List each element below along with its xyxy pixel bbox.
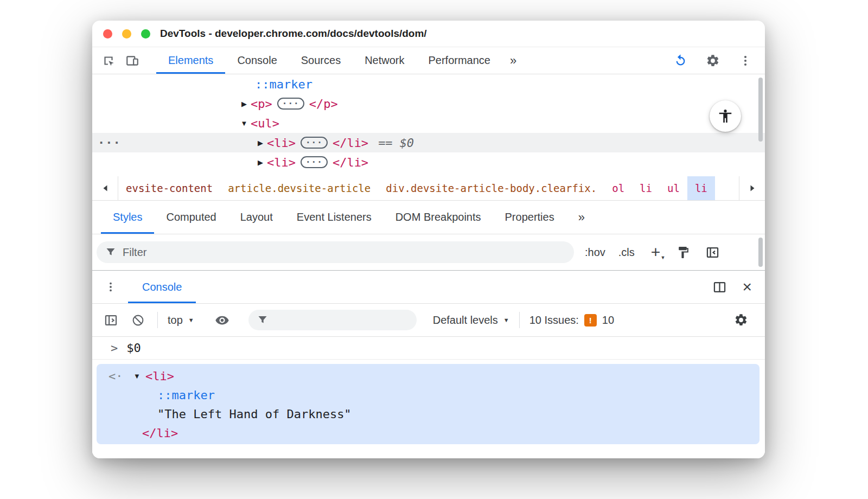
toggle-element-classes-button[interactable]: .cls (618, 246, 635, 259)
log-levels-selector[interactable]: Default levels ▼ (433, 314, 509, 327)
new-style-rule-button[interactable]: + ▼ (651, 244, 661, 260)
tree-row-li[interactable]: ▶ <li> ··· </li> (92, 152, 765, 172)
breadcrumb-scroll-right-icon[interactable] (739, 176, 765, 200)
tab-properties[interactable]: Properties (493, 201, 566, 234)
main-toolbar: Elements Console Sources Network Perform… (92, 47, 765, 74)
sidebar-tabs: Styles Computed Layout Event Listeners D… (92, 201, 765, 234)
node-menu-icon[interactable]: ··· (98, 136, 121, 150)
ellipsis-expand-icon[interactable]: ··· (301, 156, 328, 168)
execution-context-selector[interactable]: top ▼ (168, 314, 194, 327)
issues-warning-icon: ! (584, 314, 597, 327)
elements-scrollbar[interactable] (758, 78, 763, 142)
kebab-menu-icon[interactable] (736, 51, 755, 71)
tab-computed[interactable]: Computed (154, 201, 228, 234)
accessibility-button[interactable] (710, 100, 741, 132)
console-evaluated-expression[interactable]: > $0 (92, 337, 765, 360)
console-drawer-header: Console × (92, 270, 765, 304)
expand-arrow-icon[interactable]: ▶ (238, 100, 251, 108)
close-drawer-icon[interactable]: × (742, 279, 752, 295)
tree-row-p[interactable]: ▶ <p> ··· </p> (92, 94, 765, 113)
console-settings-wrap (731, 310, 765, 330)
clear-console-icon[interactable] (128, 310, 148, 330)
chevron-down-icon: ▼ (503, 317, 509, 323)
traffic-lights (103, 29, 150, 39)
collapse-arrow-icon[interactable]: ▼ (133, 372, 141, 380)
console-filter-field[interactable] (248, 310, 417, 330)
split-panel-icon[interactable] (710, 277, 729, 297)
styles-filter-field[interactable] (97, 241, 574, 263)
console-messages: > $0 <· ▼ <li> ::marker "The Left Hand o… (92, 337, 765, 458)
tab-styles[interactable]: Styles (101, 201, 154, 234)
more-sidebar-tabs-icon[interactable]: » (566, 201, 597, 234)
styles-scrollbar[interactable] (758, 238, 763, 267)
minimize-window-button[interactable] (122, 29, 131, 39)
titlebar: DevTools - developer.chrome.com/docs/dev… (92, 21, 765, 47)
dollar-zero-ref: $0 (400, 136, 414, 150)
ellipsis-expand-icon[interactable]: ··· (301, 137, 328, 149)
ellipsis-expand-icon[interactable]: ··· (277, 98, 304, 110)
tab-dom-breakpoints[interactable]: DOM Breakpoints (384, 201, 493, 234)
chevron-down-icon: ▼ (188, 317, 194, 323)
live-expression-eye-icon[interactable] (213, 310, 232, 330)
console-result-highlighted[interactable]: <· ▼ <li> ::marker "The Left Hand of Dar… (97, 364, 760, 444)
prompt-chevron-icon: > (111, 341, 118, 355)
console-settings-gear-icon[interactable] (731, 310, 751, 330)
returned-value-icon: <· (108, 369, 123, 383)
expand-arrow-icon[interactable]: ▶ (254, 158, 267, 167)
console-filter-input[interactable] (275, 314, 383, 327)
breadcrumb-scroll-left-icon[interactable] (92, 176, 118, 200)
inspect-element-icon[interactable] (99, 51, 118, 71)
toolbar-right (671, 47, 765, 74)
styles-filter-input[interactable] (123, 246, 231, 259)
sync-icon[interactable] (671, 51, 690, 71)
tab-elements[interactable]: Elements (156, 47, 225, 74)
tree-row-marker[interactable]: ::marker (92, 74, 765, 94)
tab-sources[interactable]: Sources (289, 47, 353, 74)
drawer-tab-console[interactable]: Console (128, 271, 196, 303)
devtools-window: DevTools - developer.chrome.com/docs/dev… (92, 21, 765, 458)
divider (157, 312, 158, 328)
issues-counter[interactable]: 10 Issues: ! 10 (529, 314, 614, 327)
breadcrumb-item[interactable]: article.devsite-article (220, 176, 378, 200)
tab-event-listeners[interactable]: Event Listeners (285, 201, 384, 234)
expand-arrow-icon[interactable]: ▶ (254, 139, 267, 147)
panel-tabs: Elements Console Sources Network Perform… (156, 47, 524, 74)
breadcrumb-item[interactable]: evsite-content (118, 176, 220, 200)
styles-toolbar: :hov .cls + ▼ (92, 234, 765, 270)
dock-sidebar-icon[interactable] (703, 242, 722, 262)
tab-console[interactable]: Console (225, 47, 289, 74)
close-window-button[interactable] (103, 29, 112, 39)
tree-row-ul[interactable]: ▼ <ul> (92, 113, 765, 133)
filter-funnel-icon (257, 315, 268, 325)
settings-gear-icon[interactable] (703, 51, 723, 71)
zoom-window-button[interactable] (141, 29, 150, 39)
breadcrumb-item-selected[interactable]: li (687, 176, 715, 200)
accessibility-person-icon (717, 108, 733, 124)
window-title: DevTools - developer.chrome.com/docs/dev… (160, 28, 427, 40)
rendering-emulation-icon[interactable] (673, 242, 693, 262)
tab-layout[interactable]: Layout (228, 201, 285, 234)
device-toolbar-icon[interactable] (123, 51, 142, 71)
console-toolbar: top ▼ Default levels ▼ 10 Issues: ! 10 (92, 304, 765, 337)
more-panels-icon[interactable]: » (502, 47, 524, 74)
divider (519, 312, 520, 328)
tab-network[interactable]: Network (353, 47, 416, 74)
tree-row-li-selected[interactable]: ··· ▶ <li> ··· </li> == $0 (92, 133, 765, 152)
drawer-kebab-menu-icon[interactable] (101, 277, 120, 297)
breadcrumb-item[interactable]: ol (604, 176, 632, 200)
collapse-arrow-icon[interactable]: ▼ (238, 119, 251, 127)
filter-funnel-icon (105, 247, 116, 258)
toggle-hover-state-button[interactable]: :hov (585, 246, 605, 259)
drawer-header-right: × (701, 271, 765, 303)
breadcrumb-item[interactable]: ul (660, 176, 687, 200)
breadcrumb-item[interactable]: div.devsite-article-body.clearfix. (378, 176, 604, 200)
breadcrumb: evsite-content article.devsite-article d… (92, 176, 765, 201)
console-sidebar-icon[interactable] (101, 310, 120, 330)
tab-performance[interactable]: Performance (417, 47, 503, 74)
breadcrumb-item[interactable]: li (632, 176, 660, 200)
elements-tree: ::marker ▶ <p> ··· </p> ▼ <ul> ··· ▶ <li… (92, 74, 765, 176)
